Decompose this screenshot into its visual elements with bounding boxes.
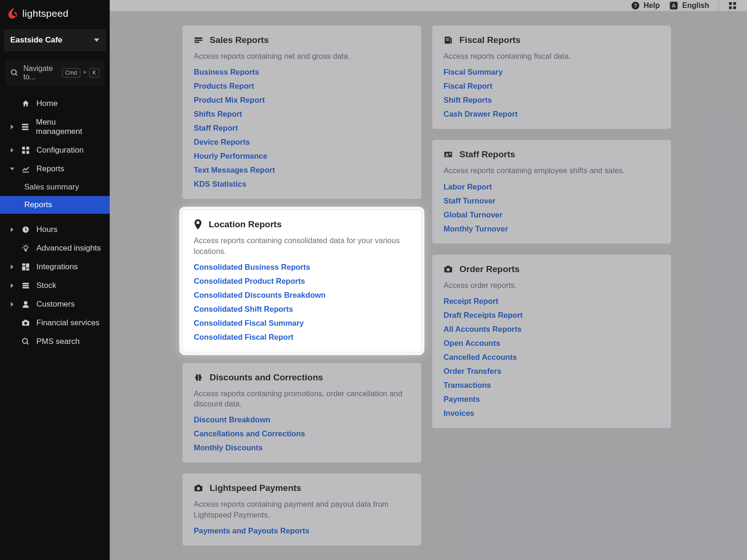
chevron-right-icon <box>9 227 15 232</box>
stack-icon <box>21 281 31 290</box>
report-link[interactable]: Consolidated Discounts Breakdown <box>194 291 410 300</box>
nav-reports[interactable]: Reports <box>0 160 110 178</box>
location-pin-icon <box>194 219 202 230</box>
tenant-name: Eastside Cafe <box>10 35 63 45</box>
nav-customers[interactable]: Customers <box>0 295 110 314</box>
svg-point-25 <box>24 301 28 305</box>
svg-rect-28 <box>24 320 27 321</box>
svg-rect-2 <box>22 124 29 125</box>
nav-advanced-insights[interactable]: Advanced insights <box>0 239 110 258</box>
tenant-switcher[interactable]: Eastside Cafe <box>4 29 106 51</box>
navigate-search[interactable]: Navigate to... Cmd + K <box>6 60 104 86</box>
chevron-right-icon <box>9 148 15 153</box>
svg-rect-8 <box>27 151 29 154</box>
chevron-right-icon <box>9 283 15 288</box>
nav-sales-summary[interactable]: Sales summary <box>0 178 110 196</box>
svg-rect-20 <box>22 266 26 271</box>
nav-pms-search[interactable]: PMS search <box>0 332 110 351</box>
report-link[interactable]: Consolidated Shift Reports <box>194 305 410 314</box>
nav-stock[interactable]: Stock <box>0 276 110 295</box>
nav-financial-services[interactable]: Financial services <box>0 314 110 332</box>
dashboard-icon <box>21 263 31 271</box>
svg-rect-4 <box>22 129 29 130</box>
sidebar: lightspeed Eastside Cafe Navigate to... … <box>0 0 110 560</box>
brand-name: lightspeed <box>22 8 69 19</box>
svg-rect-23 <box>22 285 29 287</box>
main: ? Help A English Sales Reports Ac <box>110 0 747 560</box>
svg-rect-18 <box>22 264 26 266</box>
chevron-right-icon <box>9 302 15 307</box>
navigate-placeholder: Navigate to... <box>23 64 57 81</box>
svg-rect-24 <box>22 287 29 288</box>
chart-icon <box>21 165 31 173</box>
svg-rect-6 <box>27 147 29 150</box>
clock-icon <box>21 225 31 234</box>
svg-rect-21 <box>26 268 29 271</box>
nav-home[interactable]: Home <box>0 94 110 113</box>
svg-point-29 <box>22 338 28 343</box>
svg-line-15 <box>23 245 24 245</box>
user-icon <box>21 300 31 308</box>
svg-rect-19 <box>26 264 29 268</box>
svg-rect-7 <box>22 151 25 154</box>
nav-hours[interactable]: Hours <box>0 220 110 239</box>
home-icon <box>21 99 31 108</box>
caret-down-icon <box>94 37 99 43</box>
brand: lightspeed <box>0 0 110 26</box>
card-title: Location Reports <box>209 219 282 230</box>
kbd-hint: Cmd + K <box>62 68 99 77</box>
flame-icon <box>8 7 19 20</box>
svg-rect-5 <box>22 147 25 150</box>
report-link[interactable]: Consolidated Fiscal Summary <box>194 319 410 328</box>
report-link[interactable]: Consolidated Product Reports <box>194 277 410 286</box>
report-link[interactable]: Consolidated Fiscal Report <box>194 333 410 342</box>
grid-icon <box>21 146 31 154</box>
chevron-right-icon <box>9 125 15 129</box>
search-icon <box>21 337 31 346</box>
svg-line-30 <box>27 343 28 344</box>
chevron-down-icon <box>9 167 15 171</box>
report-link[interactable]: Consolidated Business Reports <box>194 263 410 272</box>
chevron-right-icon <box>9 265 15 269</box>
nav-menu-management[interactable]: Menu management <box>0 113 110 141</box>
search-icon <box>10 69 19 77</box>
svg-point-11 <box>24 246 28 250</box>
card-location-reports: Location Reports Access reports containi… <box>182 210 422 352</box>
svg-point-27 <box>24 322 27 325</box>
svg-point-0 <box>11 70 16 75</box>
nav-list: Home Menu management Configuration Repor… <box>0 92 110 353</box>
card-desc: Access reports containing consolidated d… <box>194 235 410 256</box>
svg-rect-17 <box>25 250 27 251</box>
nav-integrations[interactable]: Integrations <box>0 258 110 276</box>
nav-reports-sub[interactable]: Reports <box>0 196 110 214</box>
svg-rect-3 <box>22 126 29 128</box>
lightbulb-icon <box>21 244 31 252</box>
link-list: Consolidated Business ReportsConsolidate… <box>194 263 410 342</box>
svg-line-16 <box>28 245 28 245</box>
camera-icon <box>21 319 31 327</box>
nav-configuration[interactable]: Configuration <box>0 141 110 160</box>
menu-icon <box>21 123 30 131</box>
svg-line-1 <box>15 74 17 76</box>
svg-rect-22 <box>22 283 29 284</box>
